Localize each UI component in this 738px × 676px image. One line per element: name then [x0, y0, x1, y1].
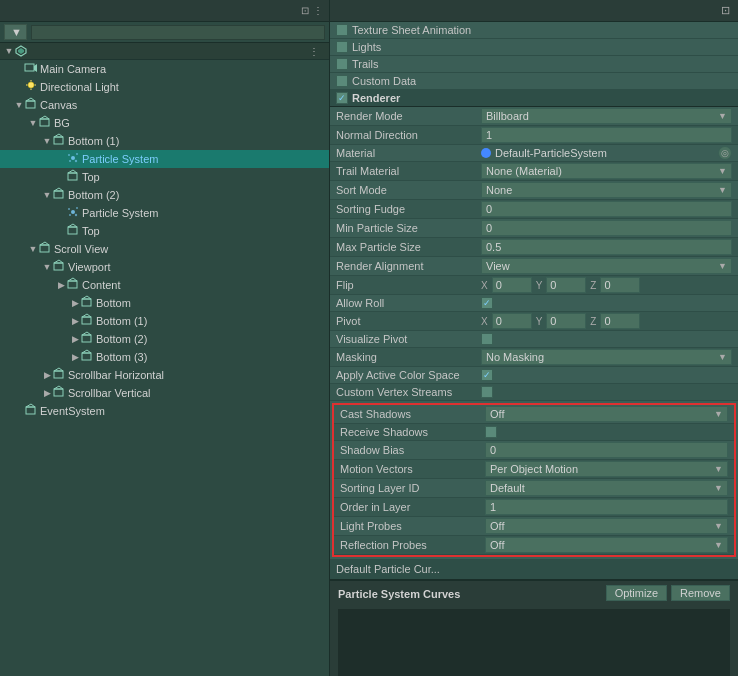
search-input[interactable] — [31, 25, 325, 40]
optimize-button[interactable]: Optimize — [606, 585, 667, 601]
dropdown-arrow-p0: ▼ — [718, 111, 727, 121]
text-field-p6[interactable]: 0 — [481, 220, 732, 236]
dropdown-p3[interactable]: None (Material) ▼ — [481, 163, 732, 179]
tree-item-label: Bottom (3) — [96, 351, 147, 363]
scene-icon — [14, 44, 28, 58]
prop-label-p13: Masking — [336, 351, 481, 363]
svg-rect-22 — [54, 191, 63, 198]
tree-item-bottom-2b[interactable]: ▶ Bottom (2) — [0, 330, 329, 348]
xyz-y-p11[interactable]: 0 — [546, 313, 586, 329]
dropdown-h6[interactable]: Off ▼ — [485, 518, 728, 534]
renderer-checkbox[interactable] — [336, 92, 348, 104]
dropdown-p0[interactable]: Billboard ▼ — [481, 108, 732, 124]
dropdown-arrow-h6: ▼ — [714, 521, 723, 531]
tree-item-content[interactable]: ▶ Content — [0, 276, 329, 294]
prop-row-h0: Cast Shadows Off ▼ — [334, 405, 734, 424]
tree-item-bottom-1[interactable]: ▼ Bottom (1) — [0, 132, 329, 150]
prop-value-h6: Off ▼ — [485, 518, 728, 534]
tree-item-top[interactable]: Top — [0, 168, 329, 186]
top-checkbox-3[interactable] — [336, 75, 348, 87]
xyz-y-p9[interactable]: 0 — [546, 277, 586, 293]
scene-menu-icon[interactable]: ⋮ — [309, 46, 325, 57]
tree-arrow: ▼ — [28, 118, 38, 128]
text-field-p7[interactable]: 0.5 — [481, 239, 732, 255]
tree-item-canvas[interactable]: ▼ Canvas — [0, 96, 329, 114]
xyz-z-p9[interactable]: 0 — [600, 277, 640, 293]
xyz-z-p11[interactable]: 0 — [600, 313, 640, 329]
material-circle-btn-p2[interactable]: ◎ — [718, 146, 732, 160]
dropdown-arrow-h7: ▼ — [714, 540, 723, 550]
tree-item-bottom-a[interactable]: ▶ Bottom — [0, 294, 329, 312]
menu-icon[interactable]: ⋮ — [313, 5, 323, 16]
tree-item-particle-system-2[interactable]: Particle System — [0, 204, 329, 222]
svg-marker-48 — [54, 386, 63, 389]
tree-item-directional-light[interactable]: Directional Light — [0, 78, 329, 96]
xyz-x-p9[interactable]: 0 — [492, 277, 532, 293]
prop-label-p15: Custom Vertex Streams — [336, 386, 481, 398]
svg-rect-39 — [82, 317, 91, 324]
svg-rect-29 — [68, 227, 77, 234]
prop-value-p13: No Masking ▼ — [481, 349, 732, 365]
tree-item-bottom-1b[interactable]: ▶ Bottom (1) — [0, 312, 329, 330]
prop-checkbox-h1[interactable] — [485, 426, 497, 438]
inspector-lock-icon[interactable]: ⊡ — [721, 4, 730, 17]
prop-row-p12: Visualize Pivot — [330, 331, 738, 348]
tree-item-bg[interactable]: ▼ BG — [0, 114, 329, 132]
remove-button[interactable]: Remove — [671, 585, 730, 601]
dropdown-h4[interactable]: Default ▼ — [485, 480, 728, 496]
prop-checkbox-p15[interactable] — [481, 386, 493, 398]
prop-label-p7: Max Particle Size — [336, 241, 481, 253]
cube-icon — [66, 277, 82, 293]
tree-item-scrollbar-h[interactable]: ▶ Scrollbar Horizontal — [0, 366, 329, 384]
prop-checkbox-p12[interactable] — [481, 333, 493, 345]
text-field-h2[interactable]: 0 — [485, 442, 728, 458]
tree-item-scroll-view[interactable]: ▼ Scroll View — [0, 240, 329, 258]
lock-icon[interactable]: ⊡ — [301, 5, 309, 16]
prop-row-p8: Render Alignment View ▼ — [330, 257, 738, 276]
tree-item-top-2[interactable]: Top — [0, 222, 329, 240]
prop-value-p7: 0.5 — [481, 239, 732, 255]
top-checkbox-1[interactable] — [336, 41, 348, 53]
dropdown-h3[interactable]: Per Object Motion ▼ — [485, 461, 728, 477]
prop-label-p3: Trail Material — [336, 165, 481, 177]
text-val-h5: 1 — [490, 501, 496, 513]
cube-icon — [52, 187, 68, 203]
cube-icon — [66, 169, 82, 185]
prop-checkbox-p10[interactable] — [481, 297, 493, 309]
prop-value-h2: 0 — [485, 442, 728, 458]
svg-point-28 — [75, 214, 77, 216]
top-checkbox-2[interactable] — [336, 58, 348, 70]
text-field-p1[interactable]: 1 — [481, 127, 732, 143]
prop-label-p10: Allow Roll — [336, 297, 481, 309]
text-val-p7: 0.5 — [486, 241, 501, 253]
prop-checkbox-p14[interactable] — [481, 369, 493, 381]
text-field-p5[interactable]: 0 — [481, 201, 732, 217]
svg-point-17 — [76, 153, 78, 155]
inspector-scroll[interactable]: Texture Sheet Animation Lights Trails Cu… — [330, 22, 738, 676]
dropdown-p8[interactable]: View ▼ — [481, 258, 732, 274]
dropdown-p4[interactable]: None ▼ — [481, 182, 732, 198]
prop-row-p13: Masking No Masking ▼ — [330, 348, 738, 367]
add-button[interactable]: ▼ — [4, 24, 27, 40]
prop-value-h7: Off ▼ — [485, 537, 728, 553]
tree-item-label: Directional Light — [40, 81, 119, 93]
dropdown-h0[interactable]: Off ▼ — [485, 406, 728, 422]
scene-root[interactable]: ▼ ⋮ — [0, 43, 329, 60]
tree-item-main-camera[interactable]: Main Camera — [0, 60, 329, 78]
tree-item-bottom-2[interactable]: ▼ Bottom (2) — [0, 186, 329, 204]
xyz-x-p11[interactable]: 0 — [492, 313, 532, 329]
tree-item-viewport[interactable]: ▼ Viewport — [0, 258, 329, 276]
dropdown-arrow-p3: ▼ — [718, 166, 727, 176]
dropdown-p13[interactable]: No Masking ▼ — [481, 349, 732, 365]
dropdown-h7[interactable]: Off ▼ — [485, 537, 728, 553]
text-field-h5[interactable]: 1 — [485, 499, 728, 515]
tree-item-event-system[interactable]: EventSystem — [0, 402, 329, 420]
tree-item-particle-system[interactable]: Particle System — [0, 150, 329, 168]
top-checkbox-0[interactable] — [336, 24, 348, 36]
dropdown-arrow-h0: ▼ — [714, 409, 723, 419]
tree-item-bottom-3b[interactable]: ▶ Bottom (3) — [0, 348, 329, 366]
tree-item-scrollbar-v[interactable]: ▶ Scrollbar Vertical — [0, 384, 329, 402]
svg-marker-14 — [54, 134, 63, 137]
svg-marker-21 — [68, 170, 77, 173]
svg-marker-34 — [54, 260, 63, 263]
